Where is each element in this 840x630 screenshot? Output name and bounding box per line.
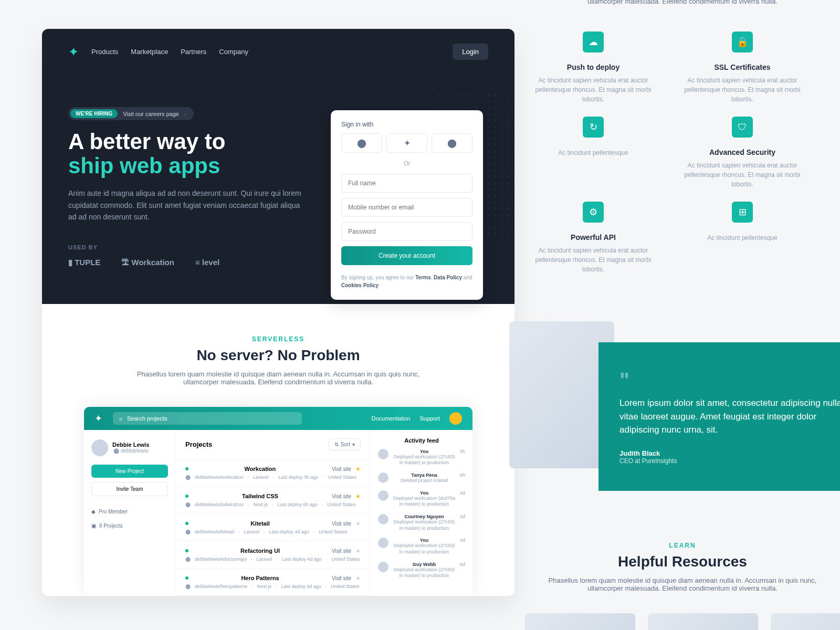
signin-label: Sign in with [341,121,472,128]
feature-description: Ac tincidunt sapien vehicula erat auctor… [674,161,811,189]
github-button[interactable]: ⬤ [432,133,472,153]
dashboard-logo-icon: ✦ [94,413,102,424]
github-icon: ⬤ [185,584,191,589]
sort-button[interactable]: ⇅ Sort ▾ [329,438,361,450]
twitter-button[interactable]: ✦ [386,133,427,153]
docs-link[interactable]: Documentation [371,415,410,422]
twitter-icon: ✦ [404,139,411,148]
feature-description: Ac tincidunt pellentesque [674,233,811,243]
feature-description: Ac tincidunt sapien vehicula erat auctor… [674,76,811,104]
top-nav: ✦ Products Marketplace Partners Company … [68,44,488,60]
visit-site-link[interactable]: Visit site [332,521,351,527]
logo-level: ≡ level [195,258,219,267]
feature-card: ⊞ Ac tincidunt pellentesque [674,202,811,274]
feed-user: You [393,538,456,543]
login-button[interactable]: Login [453,44,488,60]
resource-image [648,613,758,630]
feed-user: Tanya Pena [393,472,456,478]
project-row[interactable]: Workcation Visit site ★ ⬤ debbielewis/wo… [176,459,370,487]
resources-eyebrow: LEARN [525,542,840,549]
framework-label: Laravel [257,556,272,562]
star-icon[interactable]: ★ [355,548,361,554]
search-input[interactable]: ⌕ Search projects [113,412,302,425]
project-name: Workcation [193,466,328,472]
feature-description: Ac tincidunt sapien vehicula erat auctor… [525,246,662,274]
repo-path: debbielewis/workcation [195,475,244,480]
nav-products[interactable]: Products [91,48,118,56]
star-icon[interactable]: ★ [355,466,361,472]
feature-card: 🔒 SSL Certificates Ac tincidunt sapien v… [674,32,811,104]
visit-site-link[interactable]: Visit site [332,548,351,554]
feed-time: 4d [460,514,465,531]
serverless-title: No server? No Problem [68,347,488,364]
nav-partners[interactable]: Partners [181,48,206,56]
project-row[interactable]: Tailwind CSS Visit site ★ ⬤ debbielewis/… [176,487,370,514]
feature-description: Ac tincidunt pellentesque [525,148,662,158]
visit-site-link[interactable]: Visit site [332,494,351,499]
project-row[interactable]: Refactoring UI Visit site ★ ⬤ debbielewi… [176,541,370,569]
star-icon[interactable]: ★ [355,575,361,582]
deploy-time: Last deploy 4d ago [281,584,321,589]
resource-card[interactable]: Video How to use search engine optimizat… [648,613,758,630]
visit-site-link[interactable]: Visit site [332,575,351,581]
projects-count-link[interactable]: ▣8 Projects [91,523,168,529]
folder-icon: ▣ [91,523,96,529]
projects-title: Projects [185,440,212,448]
create-account-button[interactable]: Create your account [341,246,472,265]
chevron-right-icon: › [184,111,186,117]
cookies-link[interactable]: Cookies Policy [341,282,379,288]
region-label: United States [331,556,360,562]
resource-image [525,613,635,630]
password-input[interactable] [341,222,472,241]
logo-icon: ✦ [68,45,79,59]
signup-card: Sign in with ⬤ ✦ ⬤ Or Create your accoun… [331,110,483,300]
feed-avatar [378,562,388,572]
dashboard-preview: ✦ ⌕ Search projects Documentation Suppor… [84,407,472,596]
support-link[interactable]: Support [419,415,440,422]
feed-avatar [378,472,388,483]
facebook-button[interactable]: ⬤ [341,133,382,153]
project-name: Hero Patterns [193,575,328,581]
github-icon: ⬤ [185,556,191,562]
quote-role: CEO at PureInsights [620,457,840,465]
invite-team-button[interactable]: Invite Team [91,482,168,496]
user-name: Debbie Lewis [112,442,149,448]
project-row[interactable]: Hero Patterns Visit site ★ ⬤ debbielewis… [176,569,370,596]
github-icon: ⬤ [447,139,457,148]
status-dot-icon [185,495,188,498]
serverless-sub: Phasellus lorem quam molestie id quisque… [131,370,425,386]
hiring-text: Visit our careers page [123,111,179,117]
visit-site-link[interactable]: Visit site [332,466,351,472]
new-project-button[interactable]: New Project [91,465,168,478]
feature-icon: ⚙ [583,202,604,223]
project-name: Refactoring UI [193,548,328,554]
resource-card[interactable]: Case Study Improve your customer experie… [771,613,840,630]
feed-user: You [393,449,456,454]
feature-icon: 🛡 [732,117,753,138]
user-avatar[interactable] [449,412,462,425]
feature-icon: ↻ [583,117,604,138]
github-icon: ⬤ [113,448,119,454]
feed-user: Guy Webb [393,562,456,567]
project-row[interactable]: Kitetail Visit site ★ ⬤ debbielewis/kite… [176,514,370,541]
resource-card[interactable]: Article Boost your conversion rate [525,613,635,630]
mobile-email-input[interactable] [341,198,472,217]
hiring-badge: WE'RE HIRING [70,109,118,118]
feature-icon: ☁ [583,32,604,52]
region-label: United States [319,529,347,534]
star-icon[interactable]: ★ [355,493,361,500]
star-icon[interactable]: ★ [355,520,361,527]
nav-company[interactable]: Company [219,48,248,56]
terms-link[interactable]: Terms [415,275,430,280]
hiring-pill[interactable]: WE'RE HIRING Visit our careers page › [68,107,194,120]
pro-member-link[interactable]: ◆Pro Member [91,509,168,514]
activity-feed-title: Activity feed [378,437,465,444]
fullname-input[interactable] [341,174,472,193]
data-policy-link[interactable]: Data Policy [434,275,462,280]
feed-item: You Deployed workcation (27c83) in maste… [378,449,465,466]
feed-item: Tanya Pena Deleted project Kitetail 6h [378,472,465,484]
nav-marketplace[interactable]: Marketplace [131,48,168,56]
project-name: Kitetail [193,520,328,527]
hero-subtitle: Anim aute id magna aliqua ad ad non dese… [68,187,304,223]
repo-path: debbielewis/heropatterns [195,584,247,589]
